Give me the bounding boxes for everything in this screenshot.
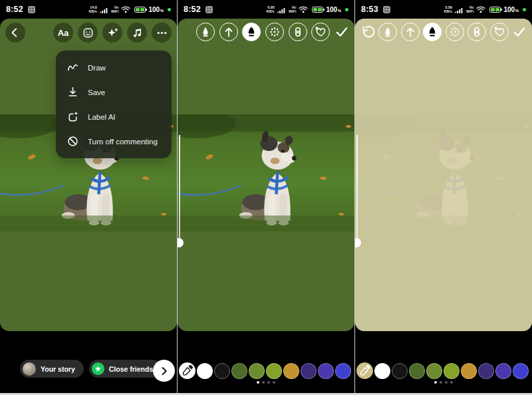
neon-icon (268, 25, 281, 39)
menu-item-save[interactable]: Save (56, 80, 172, 104)
close-friends-star-icon: ★ (92, 362, 104, 375)
heart-tool-button[interactable] (490, 23, 509, 41)
privacy-indicator-dot (523, 8, 526, 11)
more-options-button[interactable] (152, 23, 172, 43)
neon-tool-button[interactable] (446, 23, 464, 41)
brush-size-slider[interactable] (179, 135, 180, 240)
vowifi-label: VoWiFi (466, 5, 474, 13)
color-swatch[interactable] (409, 363, 425, 379)
network-speed: 14.8KB/s (88, 5, 97, 13)
eyedropper-button[interactable] (356, 362, 373, 379)
color-swatch[interactable] (444, 363, 460, 379)
color-swatch[interactable] (283, 363, 299, 379)
privacy-indicator-dot (345, 8, 348, 11)
menu-item-turn-off-commenting[interactable]: Turn off commenting (56, 129, 172, 154)
color-swatch[interactable] (461, 363, 477, 379)
status-bar: 8:53 5.59KB/s VoWiFi (355, 0, 532, 19)
drawing-canvas[interactable] (355, 19, 532, 331)
color-swatch[interactable] (249, 363, 265, 379)
draw-icon (66, 61, 79, 74)
battery-icon (312, 7, 323, 13)
color-swatch[interactable] (301, 363, 317, 379)
signal-strength-icon (100, 6, 108, 13)
menu-item-label: Draw (88, 64, 106, 72)
music-tool-button[interactable] (127, 23, 147, 43)
color-swatch[interactable] (214, 363, 230, 379)
pagination-dot (273, 381, 275, 384)
eraser-tool-button[interactable] (467, 23, 486, 41)
color-swatch[interactable] (374, 363, 390, 379)
sticker-tool-button[interactable] (78, 23, 98, 43)
heart-tool-button[interactable] (311, 23, 330, 41)
color-swatches (374, 363, 529, 379)
story-canvas[interactable]: Aa (0, 19, 177, 331)
status-bar: 8:52 0.95KB/s VoWiFi (178, 0, 354, 19)
pen-tool-button[interactable] (378, 23, 397, 41)
text-tool-label: Aa (58, 28, 69, 38)
color-swatch[interactable] (426, 363, 442, 379)
close-friends-button[interactable]: ★ Close friends (89, 360, 162, 378)
pagination-dot (440, 381, 442, 384)
eraser-tool-button[interactable] (289, 23, 307, 41)
eraser-icon (291, 25, 305, 39)
recorder-app-icon (28, 6, 35, 13)
brush-size-slider[interactable] (356, 135, 358, 240)
battery-percent: 100% (148, 6, 164, 13)
draw-toolbar (196, 23, 349, 41)
ellipsis-icon (156, 27, 168, 39)
color-swatch[interactable] (478, 363, 494, 379)
arrow-tool-button[interactable] (219, 23, 238, 41)
eyedropper-button[interactable] (179, 362, 196, 379)
clock: 8:52 (184, 5, 201, 14)
back-button[interactable] (5, 23, 25, 43)
marker-tool-button[interactable] (242, 23, 261, 41)
pagination-dot (262, 381, 265, 384)
battery-icon (134, 7, 146, 13)
color-swatch[interactable] (266, 363, 282, 379)
done-button[interactable] (512, 25, 527, 39)
pen-tool-button[interactable] (196, 23, 215, 41)
done-button[interactable] (334, 25, 349, 39)
your-story-label: Your story (41, 365, 75, 373)
undo-button[interactable] (360, 25, 375, 39)
color-swatch[interactable] (495, 363, 511, 379)
color-swatch[interactable] (197, 363, 213, 379)
pagination-dot (445, 381, 448, 384)
drawing-canvas[interactable] (178, 19, 354, 331)
wifi-icon (121, 6, 130, 13)
marker-fill-layer (355, 19, 532, 331)
arrow-icon (404, 25, 417, 39)
palette-pagination (178, 381, 354, 384)
close-friends-label: Close friends (109, 365, 154, 373)
recorder-app-icon (383, 6, 390, 13)
menu-item-draw[interactable]: Draw (56, 55, 172, 80)
label-ai-icon (66, 110, 79, 123)
music-note-icon (131, 27, 144, 39)
battery-percent: 100% (326, 6, 341, 13)
color-swatch[interactable] (318, 363, 334, 379)
color-swatch[interactable] (392, 363, 408, 379)
next-button[interactable] (153, 360, 175, 382)
network-speed: 5.59KB/s (444, 5, 452, 13)
signal-strength-icon (277, 6, 286, 13)
palette-pagination (355, 381, 532, 384)
effects-tool-button[interactable] (102, 23, 122, 43)
arrow-tool-button[interactable] (401, 23, 420, 41)
color-swatch[interactable] (231, 363, 247, 379)
arrow-icon (222, 25, 235, 39)
text-tool-button[interactable]: Aa (53, 23, 73, 43)
color-swatch[interactable] (513, 363, 529, 379)
wifi-icon (299, 6, 308, 13)
pen-icon (381, 25, 394, 39)
share-footer: Your story ★ Close friends (0, 360, 177, 378)
your-story-button[interactable]: Your story (20, 360, 84, 378)
draw-toolbar (360, 23, 527, 41)
screenshot-story-share: 8:52 14.8KB/s VoWiFi (0, 0, 177, 393)
save-icon (66, 86, 79, 98)
menu-item-label-ai[interactable]: Label AI (56, 104, 172, 129)
marker-tool-button[interactable] (423, 23, 442, 41)
heart-icon (314, 25, 327, 39)
color-swatch[interactable] (335, 363, 351, 379)
neon-tool-button[interactable] (265, 23, 284, 41)
brush-size-slider-handle[interactable] (178, 238, 184, 247)
